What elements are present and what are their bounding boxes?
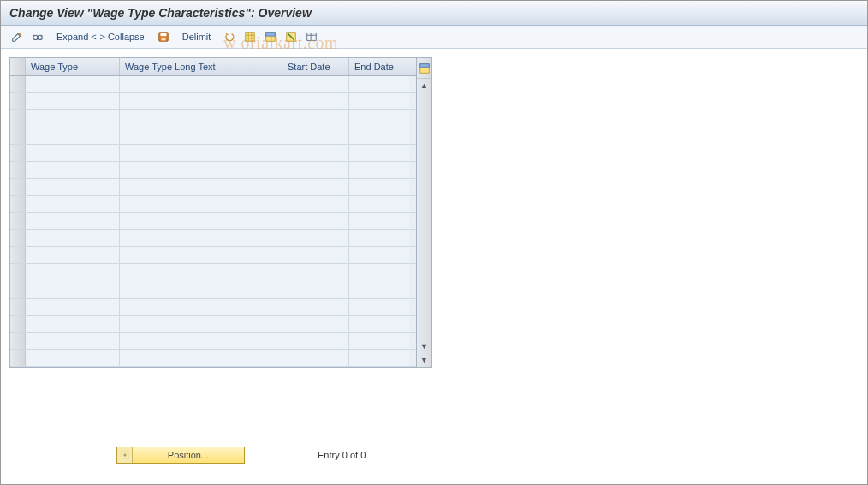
- row-selector[interactable]: [10, 247, 26, 263]
- scroll-down-icon[interactable]: ▼: [417, 340, 431, 353]
- cell-end-date[interactable]: [349, 247, 409, 263]
- cell-start-date[interactable]: [282, 333, 349, 349]
- cell-wage-type[interactable]: [26, 179, 120, 195]
- cell-end-date[interactable]: [349, 264, 409, 281]
- row-selector[interactable]: [10, 333, 26, 349]
- table-row[interactable]: [10, 179, 416, 196]
- table-row[interactable]: [10, 316, 416, 333]
- cell-end-date[interactable]: [349, 196, 409, 212]
- cell-end-date[interactable]: [349, 316, 409, 332]
- change-icon[interactable]: [8, 29, 27, 44]
- table-row[interactable]: [10, 281, 416, 299]
- cell-end-date[interactable]: [349, 145, 409, 161]
- row-selector[interactable]: [10, 230, 26, 246]
- row-selector[interactable]: [10, 316, 26, 332]
- scroll-track[interactable]: [417, 92, 431, 340]
- table-row[interactable]: [10, 247, 416, 264]
- column-header-wage-type[interactable]: Wage Type: [26, 58, 120, 75]
- row-selector[interactable]: [10, 145, 26, 161]
- configure-columns-icon[interactable]: [417, 58, 431, 79]
- expand-collapse-button[interactable]: Expand <-> Collapse: [49, 29, 152, 44]
- table-row[interactable]: [10, 299, 416, 316]
- table-row[interactable]: [10, 162, 416, 179]
- cell-wage-type-long-text[interactable]: [120, 162, 282, 178]
- column-header-wage-type-long-text[interactable]: Wage Type Long Text: [120, 58, 282, 75]
- row-selector[interactable]: [10, 127, 26, 144]
- row-selector[interactable]: [10, 196, 26, 212]
- cell-wage-type[interactable]: [26, 299, 120, 315]
- table-row[interactable]: [10, 213, 416, 230]
- table-row[interactable]: [10, 76, 416, 93]
- scroll-down-end-icon[interactable]: ▼: [417, 353, 431, 367]
- cell-start-date[interactable]: [282, 247, 349, 263]
- undo-icon[interactable]: [220, 29, 239, 44]
- cell-wage-type-long-text[interactable]: [120, 333, 282, 349]
- row-selector[interactable]: [10, 213, 26, 229]
- cell-wage-type[interactable]: [26, 230, 120, 246]
- cell-end-date[interactable]: [349, 127, 409, 144]
- cell-wage-type[interactable]: [26, 333, 120, 349]
- row-selector[interactable]: [10, 281, 26, 298]
- table-row[interactable]: [10, 230, 416, 247]
- row-selector[interactable]: [10, 179, 26, 195]
- cell-start-date[interactable]: [282, 196, 349, 212]
- select-all-icon[interactable]: [241, 29, 259, 44]
- cell-end-date[interactable]: [349, 76, 409, 92]
- table-settings-icon[interactable]: [302, 29, 321, 44]
- cell-start-date[interactable]: [282, 145, 349, 161]
- column-header-start-date[interactable]: Start Date: [282, 58, 349, 75]
- cell-wage-type[interactable]: [26, 213, 120, 229]
- cell-end-date[interactable]: [349, 350, 409, 366]
- table-row[interactable]: [10, 196, 416, 213]
- cell-wage-type-long-text[interactable]: [120, 247, 282, 263]
- cell-start-date[interactable]: [282, 76, 349, 92]
- cell-wage-type[interactable]: [26, 110, 120, 127]
- table-row[interactable]: [10, 350, 416, 367]
- cell-wage-type-long-text[interactable]: [120, 213, 282, 229]
- table-row[interactable]: [10, 110, 416, 127]
- cell-start-date[interactable]: [282, 162, 349, 178]
- cell-end-date[interactable]: [349, 110, 409, 127]
- row-selector[interactable]: [10, 264, 26, 281]
- cell-wage-type-long-text[interactable]: [120, 281, 282, 298]
- cell-start-date[interactable]: [282, 93, 349, 109]
- glasses-icon[interactable]: [28, 29, 47, 44]
- select-block-icon[interactable]: [261, 29, 280, 44]
- cell-start-date[interactable]: [282, 299, 349, 315]
- cell-end-date[interactable]: [349, 93, 409, 109]
- cell-wage-type[interactable]: [26, 162, 120, 178]
- cell-end-date[interactable]: [349, 333, 409, 349]
- scroll-up-icon[interactable]: ▲: [417, 79, 431, 92]
- cell-wage-type[interactable]: [26, 93, 120, 109]
- column-header-end-date[interactable]: End Date: [349, 58, 409, 75]
- cell-end-date[interactable]: [349, 213, 409, 229]
- table-row[interactable]: [10, 145, 416, 162]
- cell-start-date[interactable]: [282, 110, 349, 127]
- cell-start-date[interactable]: [282, 213, 349, 229]
- cell-wage-type[interactable]: [26, 127, 120, 144]
- cell-start-date[interactable]: [282, 264, 349, 281]
- row-selector[interactable]: [10, 76, 26, 92]
- row-selector[interactable]: [10, 93, 26, 109]
- cell-end-date[interactable]: [349, 281, 409, 298]
- position-button[interactable]: Position...: [116, 447, 245, 464]
- cell-wage-type-long-text[interactable]: [120, 127, 282, 144]
- cell-wage-type-long-text[interactable]: [120, 350, 282, 366]
- cell-wage-type-long-text[interactable]: [120, 179, 282, 195]
- deselect-all-icon[interactable]: [282, 29, 300, 44]
- cell-wage-type-long-text[interactable]: [120, 230, 282, 246]
- cell-wage-type[interactable]: [26, 76, 120, 92]
- table-row[interactable]: [10, 127, 416, 145]
- cell-start-date[interactable]: [282, 281, 349, 298]
- cell-wage-type-long-text[interactable]: [120, 76, 282, 92]
- cell-start-date[interactable]: [282, 230, 349, 246]
- row-selector[interactable]: [10, 110, 26, 127]
- cell-wage-type-long-text[interactable]: [120, 145, 282, 161]
- row-selector[interactable]: [10, 162, 26, 178]
- cell-end-date[interactable]: [349, 299, 409, 315]
- cell-wage-type[interactable]: [26, 316, 120, 332]
- cell-end-date[interactable]: [349, 230, 409, 246]
- cell-start-date[interactable]: [282, 127, 349, 144]
- cell-wage-type-long-text[interactable]: [120, 299, 282, 315]
- table-row[interactable]: [10, 93, 416, 110]
